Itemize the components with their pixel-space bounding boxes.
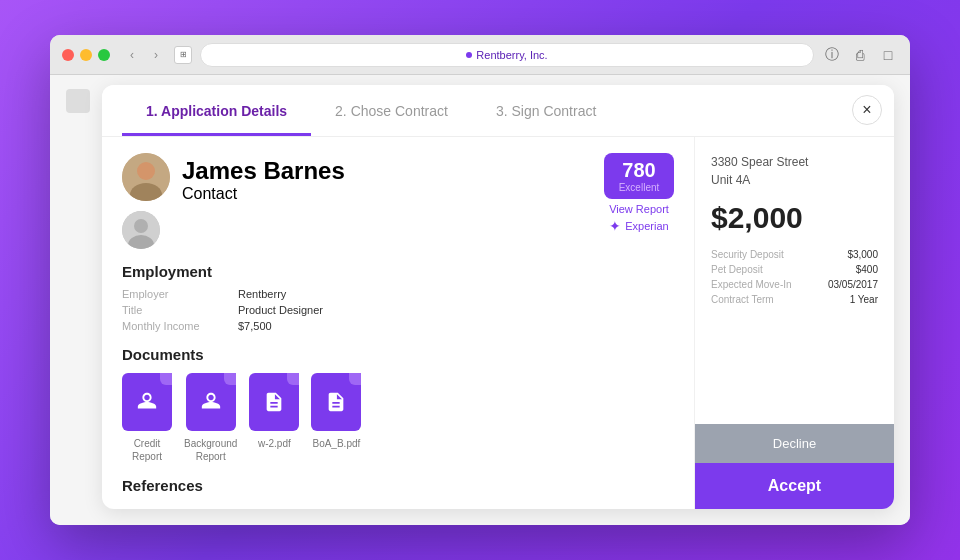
left-panel: James Barnes Contact 780 Excellent View …: [102, 137, 694, 509]
applicant-name: James Barnes: [182, 157, 592, 185]
bookmark-icon[interactable]: □: [878, 45, 898, 65]
documents-title: Documents: [122, 346, 674, 363]
browser-content: × 1. Application Details 2. Chose Contra…: [50, 75, 910, 525]
employer-row: Employer Rentberry: [122, 288, 674, 300]
score-box: 780 Excellent: [604, 153, 674, 199]
employment-title: Employment: [122, 263, 674, 280]
doc-label-w2: w-2.pdf: [258, 437, 291, 450]
employer-label: Employer: [122, 288, 222, 300]
pet-deposit-label: Pet Deposit: [711, 264, 763, 275]
minimize-dot[interactable]: [80, 49, 92, 61]
tab-contract[interactable]: 2. Chose Contract: [311, 85, 472, 136]
sidebar-icon: [66, 89, 90, 113]
security-deposit-value: $3,000: [847, 249, 878, 260]
view-report-link[interactable]: View Report: [609, 203, 669, 215]
experian-icon: ✦: [609, 218, 621, 234]
share-icon[interactable]: ⎙: [850, 45, 870, 65]
back-button[interactable]: ‹: [122, 45, 142, 65]
traffic-lights: [62, 49, 110, 61]
income-value: $7,500: [238, 320, 272, 332]
security-deposit-row: Security Deposit $3,000: [711, 249, 878, 260]
documents-row: CreditReport BackgroundReport: [122, 373, 674, 463]
title-value: Product Designer: [238, 304, 323, 316]
title-row: Title Product Designer: [122, 304, 674, 316]
doc-background-report[interactable]: BackgroundReport: [184, 373, 237, 463]
contract-term-row: Contract Term 1 Year: [711, 294, 878, 305]
doc-icon-w2: [249, 373, 299, 431]
browser-chrome: ‹ › ⊞ Rentberry, Inc. ⓘ ⎙ □: [50, 35, 910, 75]
avatar-primary: [122, 153, 170, 201]
right-panel: 3380 Spear Street Unit 4A $2,000 Securit…: [694, 137, 894, 509]
move-in-value: 03/05/2017: [828, 279, 878, 290]
property-details: Security Deposit $3,000 Pet Deposit $400…: [711, 249, 878, 305]
experian-text: Experian: [625, 220, 668, 232]
doc-icon-credit: [122, 373, 172, 431]
doc-label-boa: BoA_B.pdf: [312, 437, 360, 450]
svg-point-1: [137, 162, 155, 180]
accept-button[interactable]: Accept: [695, 463, 894, 509]
security-deposit-label: Security Deposit: [711, 249, 784, 260]
decline-button[interactable]: Decline: [695, 424, 894, 463]
employer-value: Rentberry: [238, 288, 286, 300]
income-label: Monthly Income: [122, 320, 222, 332]
action-buttons: Decline Accept: [695, 424, 894, 509]
tab-icon: ⊞: [174, 46, 192, 64]
browser-actions: ⓘ ⎙ □: [822, 45, 898, 65]
close-dot[interactable]: [62, 49, 74, 61]
references-title: References: [122, 477, 674, 494]
url-text: Rentberry, Inc.: [476, 49, 547, 61]
doc-boa[interactable]: BoA_B.pdf: [311, 373, 361, 463]
address-bar[interactable]: Rentberry, Inc.: [200, 43, 814, 67]
doc-credit-report[interactable]: CreditReport: [122, 373, 172, 463]
doc-icon-boa: [311, 373, 361, 431]
move-in-label: Expected Move-In: [711, 279, 792, 290]
pet-deposit-value: $400: [856, 264, 878, 275]
tab-application[interactable]: 1. Application Details: [122, 85, 311, 136]
forward-button[interactable]: ›: [146, 45, 166, 65]
modal: × 1. Application Details 2. Chose Contra…: [102, 85, 894, 509]
contract-term-label: Contract Term: [711, 294, 774, 305]
doc-label-background: BackgroundReport: [184, 437, 237, 463]
secure-icon: [466, 52, 472, 58]
nav-arrows: ‹ ›: [122, 45, 166, 65]
tab-sign[interactable]: 3. Sign Contract: [472, 85, 620, 136]
doc-icon-background: [186, 373, 236, 431]
employment-grid: Employer Rentberry Title Product Designe…: [122, 288, 674, 332]
applicant-role: Contact: [182, 185, 592, 203]
doc-w2[interactable]: w-2.pdf: [249, 373, 299, 463]
contract-term-value: 1 Year: [850, 294, 878, 305]
title-label: Title: [122, 304, 222, 316]
income-row: Monthly Income $7,500: [122, 320, 674, 332]
score-rating: Excellent: [618, 182, 660, 193]
content-area: James Barnes Contact 780 Excellent View …: [102, 137, 894, 509]
score-section: 780 Excellent View Report ✦ Experian: [604, 153, 674, 234]
doc-label-credit: CreditReport: [132, 437, 162, 463]
score-number: 780: [618, 159, 660, 182]
pet-deposit-row: Pet Deposit $400: [711, 264, 878, 275]
property-address: 3380 Spear Street Unit 4A: [711, 153, 878, 189]
close-button[interactable]: ×: [852, 95, 882, 125]
rent-amount: $2,000: [711, 201, 878, 235]
property-info: 3380 Spear Street Unit 4A $2,000 Securit…: [695, 137, 894, 424]
maximize-dot[interactable]: [98, 49, 110, 61]
svg-point-4: [134, 219, 148, 233]
move-in-row: Expected Move-In 03/05/2017: [711, 279, 878, 290]
experian-row: ✦ Experian: [609, 218, 668, 234]
info-icon[interactable]: ⓘ: [822, 45, 842, 65]
browser-window: ‹ › ⊞ Rentberry, Inc. ⓘ ⎙ □ × 1. Applica…: [50, 35, 910, 525]
tabs-container: 1. Application Details 2. Chose Contract…: [102, 85, 894, 137]
avatar-secondary: [122, 211, 160, 249]
